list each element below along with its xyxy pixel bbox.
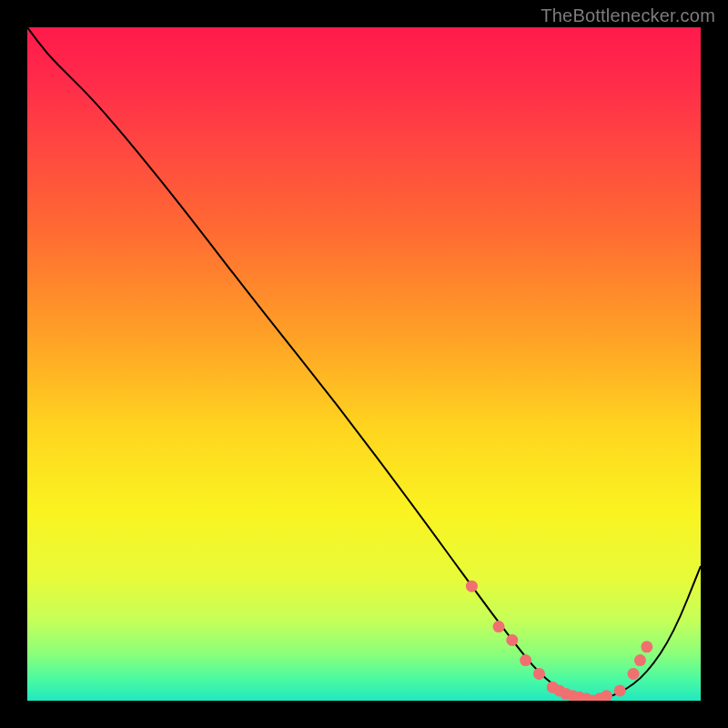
marker-dot bbox=[520, 654, 531, 666]
marker-dot bbox=[493, 621, 505, 632]
chart-svg bbox=[27, 27, 701, 701]
chart-frame: TheBottlenecker.com bbox=[0, 0, 728, 728]
marker-dot bbox=[634, 654, 646, 666]
marker-dot bbox=[466, 581, 478, 592]
marker-dot bbox=[614, 684, 626, 696]
plot-area bbox=[27, 27, 701, 701]
marker-dot bbox=[533, 668, 545, 680]
marker-dot bbox=[628, 668, 640, 680]
gradient-background bbox=[27, 27, 701, 701]
marker-dot bbox=[506, 634, 518, 646]
attribution-text: TheBottlenecker.com bbox=[541, 5, 715, 26]
marker-dot bbox=[641, 641, 652, 652]
